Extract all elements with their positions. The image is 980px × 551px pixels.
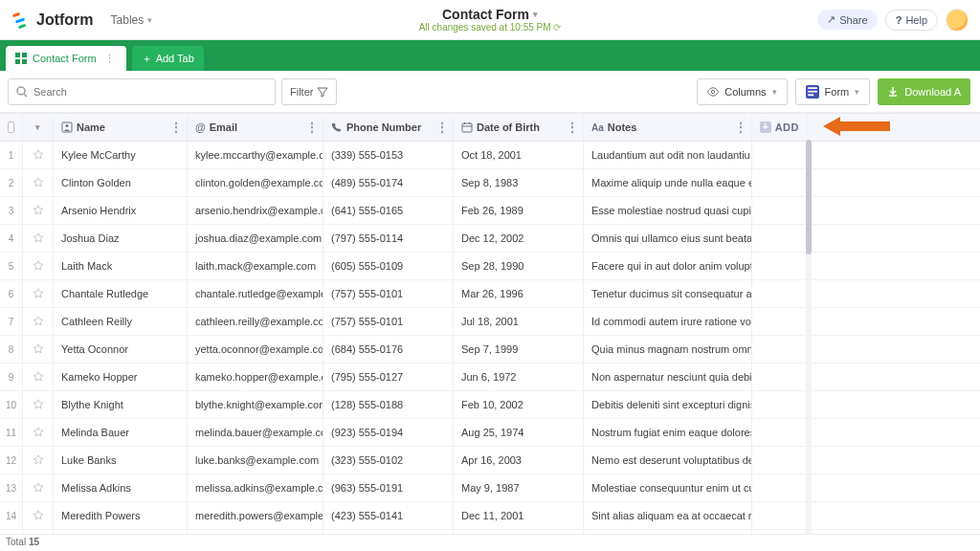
cell-phone[interactable]: (641) 555-0165 (323, 197, 454, 224)
cell-email[interactable]: isaiah.conley@example.com (188, 530, 323, 534)
cell-dob[interactable]: Sep 28, 1990 (454, 253, 584, 279)
cell-notes[interactable]: Molestiae consequuntur enim ut cu… (584, 474, 752, 501)
cell-phone[interactable]: (797) 555-0114 (323, 225, 454, 252)
star-button[interactable] (23, 225, 54, 252)
column-email[interactable]: @ Email⋮ (188, 114, 323, 141)
column-more-icon[interactable]: ⋮ (566, 120, 579, 135)
star-button[interactable] (23, 391, 54, 418)
cell-name[interactable]: Arsenio Hendrix (54, 197, 188, 224)
cell-email[interactable]: melissa.adkins@example.com (188, 474, 323, 501)
cell-notes[interactable]: Nostrum fugiat enim eaque dolores… (584, 419, 752, 446)
cell-name[interactable]: Cathleen Reilly (54, 308, 188, 335)
search-input[interactable] (33, 86, 267, 98)
column-more-icon[interactable]: ⋮ (734, 120, 747, 135)
star-button[interactable] (23, 253, 54, 279)
cell-name[interactable]: Clinton Golden (54, 169, 188, 196)
cell-notes[interactable]: Non aspernatur nesciunt quia debiti… (584, 364, 752, 390)
star-button[interactable] (23, 280, 54, 307)
share-button[interactable]: ↗ Share (817, 10, 877, 30)
cell-notes[interactable]: Id commodi autem irure ratione vol… (584, 308, 752, 335)
vertical-scrollbar-track[interactable] (806, 140, 812, 534)
cell-dob[interactable]: Dec 11, 2001 (454, 502, 584, 529)
cell-name[interactable]: Kameko Hopper (54, 364, 188, 390)
cell-name[interactable]: Kylee McCarthy (54, 142, 188, 168)
cell-email[interactable]: luke.banks@example.com (188, 447, 323, 474)
search-input-wrap[interactable] (8, 78, 276, 105)
cell-notes[interactable]: Esse molestiae nostrud quasi cupidi… (584, 197, 752, 224)
cell-dob[interactable]: Dec 12, 2002 (454, 225, 584, 252)
table-row[interactable]: 1Kylee McCarthykylee.mccarthy@example.c…… (0, 142, 980, 169)
cell-email[interactable]: yetta.oconnor@example.com (188, 336, 323, 363)
star-button[interactable] (23, 336, 54, 363)
cell-dob[interactable]: Oct 18, 2001 (454, 142, 584, 168)
column-more-icon[interactable]: ⋮ (169, 120, 183, 135)
column-phone[interactable]: Phone Number⋮ (323, 114, 454, 141)
star-button[interactable] (23, 364, 54, 390)
cell-dob[interactable]: Sep 7, 1999 (454, 336, 584, 363)
table-row[interactable]: 9Kameko Hopperkameko.hopper@example.c…(7… (0, 364, 980, 391)
table-row[interactable]: 11Melinda Bauermelinda.bauer@example.com… (0, 419, 980, 447)
table-row[interactable]: 3Arsenio Hendrixarsenio.hendrix@example.… (0, 197, 980, 225)
table-row[interactable]: 2Clinton Goldenclinton.golden@example.co… (0, 169, 980, 197)
cell-email[interactable]: arsenio.hendrix@example.c… (188, 197, 323, 224)
table-row[interactable]: 4Joshua Diazjoshua.diaz@example.com(797)… (0, 225, 980, 253)
cell-name[interactable]: Chantale Rutledge (54, 280, 188, 307)
star-button[interactable] (23, 308, 54, 335)
cell-dob[interactable]: May 9, 1987 (454, 474, 584, 501)
columns-button[interactable]: Columns ▾ (697, 78, 787, 105)
cell-phone[interactable]: (339) 555-0153 (323, 142, 454, 168)
cell-email[interactable]: cathleen.reilly@example.com (188, 308, 323, 335)
cell-name[interactable]: Meredith Powers (54, 502, 188, 529)
cell-dob[interactable]: Aug 25, 1974 (454, 419, 584, 446)
table-row[interactable]: 6Chantale Rutledgechantale.rutledge@exam… (0, 280, 980, 308)
table-row[interactable]: 14Meredith Powersmeredith.powers@example… (0, 502, 980, 530)
cell-name[interactable]: Melinda Bauer (54, 419, 188, 446)
avatar[interactable] (946, 9, 969, 32)
star-button[interactable] (23, 502, 54, 529)
cell-email[interactable]: meredith.powers@example.… (188, 502, 323, 529)
cell-notes[interactable]: Laudantium aut odit non laudantiu… (584, 142, 752, 168)
table-row[interactable]: 10Blythe Knightblythe.knight@example.com… (0, 391, 980, 419)
star-button[interactable] (23, 419, 54, 446)
cell-phone[interactable]: (795) 555-0127 (323, 364, 454, 390)
column-name[interactable]: Name⋮ (54, 114, 188, 141)
cell-dob[interactable]: Jul 18, 2001 (454, 308, 584, 335)
cell-notes[interactable]: Omnis qui ullamco eius sunt beatae… (584, 225, 752, 252)
form-title[interactable]: Contact Form ▾ (442, 7, 538, 22)
cell-notes[interactable]: Sint alias aliquam ea at occaecat no… (584, 502, 752, 529)
filter-button[interactable]: Filter (281, 78, 337, 105)
cell-phone[interactable]: (605) 555-0109 (323, 253, 454, 279)
cell-notes[interactable]: Maxime aliquip unde nulla eaque el… (584, 169, 752, 196)
tab-more-icon[interactable]: ⋮ (102, 53, 117, 65)
cell-dob[interactable]: Mar 26, 1996 (454, 280, 584, 307)
tables-menu[interactable]: Tables ▾ (111, 13, 153, 27)
column-dob[interactable]: Date of Birth⋮ (454, 114, 584, 141)
logo[interactable]: Jotform (11, 11, 94, 30)
cell-phone[interactable]: (757) 555-0101 (323, 280, 454, 307)
cell-name[interactable]: Blythe Knight (54, 391, 188, 418)
cell-phone[interactable]: (128) 555-0188 (323, 391, 454, 418)
table-row[interactable]: 12Luke Banksluke.banks@example.com(323) … (0, 447, 980, 474)
expand-all[interactable]: ▾ (23, 114, 54, 141)
column-notes[interactable]: Aa Notes⋮ (584, 114, 752, 141)
table-row[interactable]: 13Melissa Adkinsmelissa.adkins@example.c… (0, 474, 980, 502)
column-more-icon[interactable]: ⋮ (305, 120, 319, 135)
cell-name[interactable]: Laith Mack (54, 253, 188, 279)
cell-email[interactable]: blythe.knight@example.com (188, 391, 323, 418)
star-button[interactable] (23, 197, 54, 224)
cell-notes[interactable]: Debitis deleniti sint excepturi dignis… (584, 391, 752, 418)
help-button[interactable]: ? Help (885, 10, 938, 31)
cell-dob[interactable]: Apr 16, 2003 (454, 447, 584, 474)
checkbox-icon[interactable] (8, 121, 14, 133)
cell-phone[interactable]: (684) 555-0176 (323, 336, 454, 363)
select-all-cell[interactable] (0, 114, 23, 141)
add-column-button[interactable]: + ADD (752, 114, 808, 141)
star-button[interactable] (23, 169, 54, 196)
cell-phone[interactable]: (963) 555-0191 (323, 474, 454, 501)
cell-name[interactable]: Joshua Diaz (54, 225, 188, 252)
star-button[interactable] (23, 530, 54, 534)
cell-name[interactable]: Isaiah Conley (54, 530, 188, 534)
star-button[interactable] (23, 142, 54, 168)
cell-phone[interactable]: (757) 555-0101 (323, 308, 454, 335)
cell-notes[interactable]: Tenetur ducimus sit consequatur ali… (584, 280, 752, 307)
